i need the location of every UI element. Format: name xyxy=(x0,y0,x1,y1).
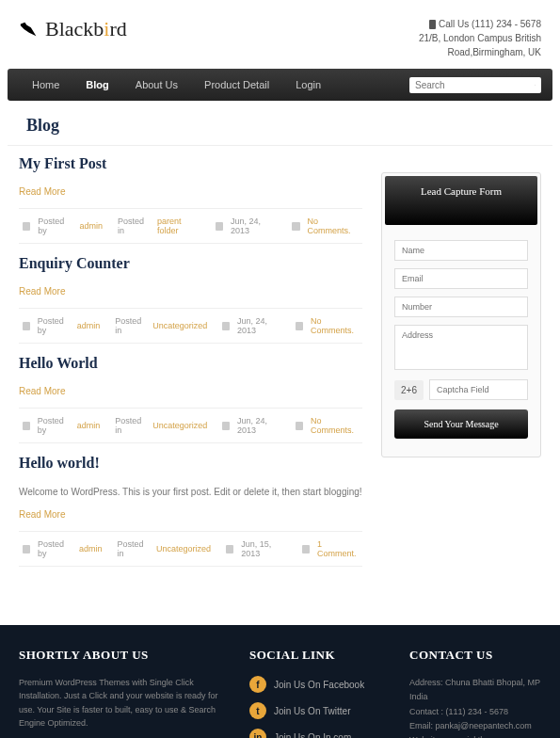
lead-capture-form: Lead Capture Form 2+6 Send Your Message xyxy=(381,172,541,457)
calendar-icon xyxy=(222,422,230,430)
comments-link[interactable]: 1 Comment. xyxy=(317,539,359,558)
post: Hello WorldRead MorePosted byadminPosted… xyxy=(19,355,362,443)
post: My First PostRead MorePosted byadminPost… xyxy=(19,155,362,244)
contact-email: Email: pankaj@neepantech.com xyxy=(409,719,541,733)
read-more-link[interactable]: Read More xyxy=(19,509,65,520)
address-field[interactable] xyxy=(394,325,528,370)
social-icon: in xyxy=(249,729,266,738)
comment-icon xyxy=(296,422,303,430)
post-title[interactable]: My First Post xyxy=(19,155,362,172)
post-title[interactable]: Hello World xyxy=(19,355,362,372)
comment-icon xyxy=(292,222,299,231)
nav-login[interactable]: Login xyxy=(282,70,334,100)
contact-web: Website : www.inkthemes.com xyxy=(409,733,541,738)
post: Enquiry CounterRead MorePosted byadminPo… xyxy=(19,255,362,344)
bird-icon xyxy=(19,20,40,39)
post-meta: Posted byadminPosted inUncategorizedJun,… xyxy=(19,408,362,443)
submit-button[interactable]: Send Your Message xyxy=(394,409,528,439)
search-input[interactable] xyxy=(415,80,535,90)
author-link[interactable]: admin xyxy=(79,544,103,554)
category-link[interactable]: Uncategorized xyxy=(156,544,211,554)
social-label: Join Us On Twitter xyxy=(274,706,351,716)
post-meta: Posted byadminPosted inUncategorizedJun,… xyxy=(19,308,362,344)
about-title: SHORTLY ABOUT US xyxy=(19,648,221,663)
social-link[interactable]: fJoin Us On Facebook xyxy=(249,676,381,693)
comments-link[interactable]: No Comments. xyxy=(311,416,359,435)
header-contact: Call Us (111) 234 - 5678 21/B, London Ca… xyxy=(419,17,541,59)
email-field[interactable] xyxy=(394,268,528,289)
footer-contact: CONTACT US Address: Chuna Bhatti Bhopal,… xyxy=(409,648,541,738)
number-field[interactable] xyxy=(394,297,528,317)
phone-icon xyxy=(429,20,436,29)
nav-product[interactable]: Product Detail xyxy=(191,70,282,100)
footer-social: SOCIAL LINK fJoin Us On FacebooktJoin Us… xyxy=(249,648,381,738)
footer-about: SHORTLY ABOUT US Premium WordPress Theme… xyxy=(19,648,221,738)
page-title: Blog xyxy=(8,101,552,146)
calendar-icon xyxy=(222,322,230,330)
user-icon xyxy=(23,222,30,231)
contact-title: CONTACT US xyxy=(409,648,541,663)
category-link[interactable]: parent folder xyxy=(157,217,200,235)
contact-address: Address: Chuna Bhatti Bhopal, MP India xyxy=(409,676,541,705)
user-icon xyxy=(23,422,30,430)
author-link[interactable]: admin xyxy=(77,321,101,330)
footer: SHORTLY ABOUT US Premium WordPress Theme… xyxy=(0,625,560,738)
about-text: Premium WordPress Themes with Single Cli… xyxy=(19,676,221,730)
comment-icon xyxy=(296,322,303,330)
post-title[interactable]: Hello world! xyxy=(19,455,362,472)
user-icon xyxy=(23,322,30,330)
search-icon[interactable] xyxy=(535,80,536,90)
category-link[interactable]: Uncategorized xyxy=(152,321,207,330)
form-title: Lead Capture Form xyxy=(385,176,537,225)
social-label: Join Us On In.com xyxy=(274,732,351,739)
calendar-icon xyxy=(216,222,223,231)
social-label: Join Us On Facebook xyxy=(274,680,364,690)
search-box[interactable] xyxy=(409,77,541,93)
social-link[interactable]: tJoin Us On Twitter xyxy=(249,702,381,719)
calendar-icon xyxy=(226,545,233,554)
logo[interactable]: Blackbird xyxy=(19,17,127,41)
contact-phone: Contact : (111) 234 - 5678 xyxy=(409,705,541,719)
nav-about[interactable]: About Us xyxy=(122,70,191,100)
author-link[interactable]: admin xyxy=(77,421,101,430)
post-meta: Posted byadminPosted inparent folderJun,… xyxy=(19,208,362,244)
captcha-question: 2+6 xyxy=(394,380,424,400)
posts-list: My First PostRead MorePosted byadminPost… xyxy=(19,155,362,578)
svg-point-0 xyxy=(535,85,536,86)
comments-link[interactable]: No Comments. xyxy=(308,217,359,235)
category-link[interactable]: Uncategorized xyxy=(152,421,207,430)
nav-blog[interactable]: Blog xyxy=(72,70,121,100)
read-more-link[interactable]: Read More xyxy=(19,386,65,396)
captcha-field[interactable] xyxy=(429,379,528,400)
read-more-link[interactable]: Read More xyxy=(19,286,65,297)
user-icon xyxy=(23,545,30,554)
nav-home[interactable]: Home xyxy=(19,70,72,100)
logo-text: Blackbird xyxy=(45,17,127,41)
read-more-link[interactable]: Read More xyxy=(19,186,65,197)
comment-icon xyxy=(302,545,310,554)
comments-link[interactable]: No Comments. xyxy=(311,316,359,335)
name-field[interactable] xyxy=(394,240,528,261)
post: Hello world!Welcome to WordPress. This i… xyxy=(19,455,362,567)
social-title: SOCIAL LINK xyxy=(249,648,381,663)
post-title[interactable]: Enquiry Counter xyxy=(19,255,362,272)
social-icon: f xyxy=(249,676,266,693)
post-excerpt: Welcome to WordPress. This is your first… xyxy=(19,485,362,499)
post-meta: Posted byadminPosted inUncategorizedJun,… xyxy=(19,531,362,567)
social-icon: t xyxy=(249,702,266,719)
navbar: Home Blog About Us Product Detail Login xyxy=(8,69,552,101)
social-link[interactable]: inJoin Us On In.com xyxy=(249,729,381,738)
author-link[interactable]: admin xyxy=(79,221,103,231)
